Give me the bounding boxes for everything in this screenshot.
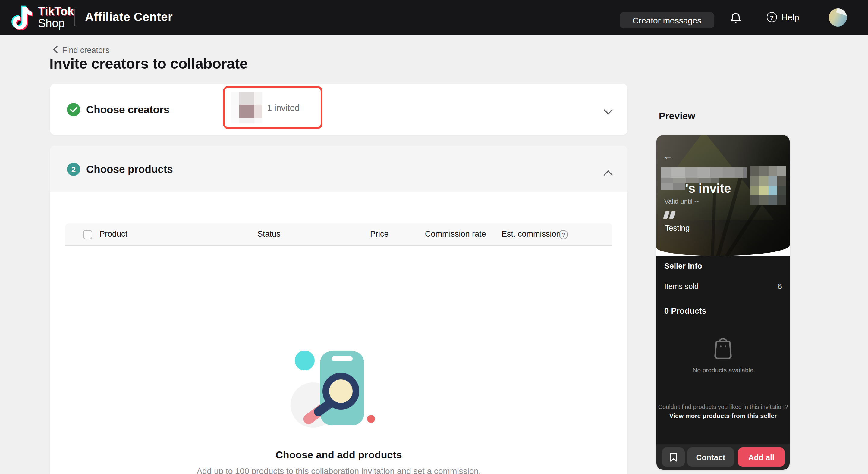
empty-state-subtitle: Add up to 100 products to this collabora… bbox=[50, 466, 627, 474]
column-est-commission: Est. commission bbox=[501, 230, 561, 238]
empty-products-illustration bbox=[291, 349, 377, 428]
no-products-label: No products available bbox=[656, 366, 789, 373]
help-question-icon: ? bbox=[767, 12, 777, 22]
collapse-products-chevron-up-icon[interactable] bbox=[603, 167, 613, 173]
breadcrumb-label: Find creators bbox=[62, 46, 110, 55]
affiliate-center-page: TikTok Shop Affiliate Center Creator mes… bbox=[0, 0, 868, 474]
not-found-question: Couldn't find products you liked in this… bbox=[656, 404, 789, 410]
expand-creators-chevron-down-icon[interactable] bbox=[603, 107, 613, 113]
column-price: Price bbox=[370, 230, 389, 238]
products-count-heading: 0 Products bbox=[664, 307, 707, 315]
invite-hero-image: ← 's invite Valid until -- bbox=[656, 135, 789, 256]
step-2-badge: 2 bbox=[67, 163, 80, 176]
select-all-checkbox[interactable] bbox=[83, 230, 92, 239]
brand-wordmark[interactable]: TikTok Shop bbox=[38, 5, 74, 30]
help-menu[interactable]: ? Help bbox=[767, 12, 799, 22]
breadcrumb-back-link[interactable]: Find creators bbox=[53, 46, 110, 55]
invite-title-suffix: 's invite bbox=[685, 181, 731, 196]
column-commission-rate: Commission rate bbox=[425, 230, 486, 238]
invite-preview-phone: ← 's invite Valid until -- bbox=[656, 135, 789, 470]
items-sold-row: Items sold 6 bbox=[664, 282, 782, 291]
preview-action-bar: Contact Add all bbox=[656, 444, 789, 470]
items-sold-value: 6 bbox=[778, 282, 782, 291]
invited-creators-annotation-box[interactable]: 1 invited bbox=[223, 86, 322, 129]
view-more-products-link[interactable]: View more products from this seller bbox=[656, 412, 789, 419]
page-title: Invite creators to collaborate bbox=[50, 56, 248, 72]
account-avatar[interactable] bbox=[829, 8, 847, 27]
topbar-divider bbox=[74, 9, 75, 26]
preview-label: Preview bbox=[659, 111, 695, 122]
invite-message: Testing bbox=[665, 224, 689, 233]
seller-info-panel: Seller info Items sold 6 0 Products No p… bbox=[656, 256, 789, 444]
quote-icon bbox=[664, 211, 675, 218]
est-commission-help-icon[interactable]: ? bbox=[559, 230, 568, 239]
contact-button[interactable]: Contact bbox=[687, 447, 734, 467]
empty-bag-icon bbox=[711, 333, 735, 361]
seller-info-title: Seller info bbox=[664, 261, 702, 270]
bookmark-button[interactable] bbox=[662, 447, 685, 467]
choose-products-title: Choose products bbox=[86, 163, 173, 176]
invited-count-label: 1 invited bbox=[267, 103, 300, 112]
valid-until-label: Valid until -- bbox=[664, 198, 699, 205]
choose-products-header[interactable]: 2 Choose products bbox=[50, 146, 627, 192]
empty-state-title: Choose and add products bbox=[50, 449, 627, 461]
creator-messages-button[interactable]: Creator messages bbox=[620, 12, 714, 28]
choose-creators-title: Choose creators bbox=[86, 104, 169, 116]
blurred-seller-avatar bbox=[750, 166, 786, 205]
help-label: Help bbox=[781, 12, 799, 22]
app-title: Affiliate Center bbox=[85, 10, 173, 24]
back-chevron-icon bbox=[53, 46, 58, 55]
column-status: Status bbox=[257, 230, 281, 238]
tiktok-logo-icon[interactable] bbox=[11, 5, 34, 32]
top-bar: TikTok Shop Affiliate Center Creator mes… bbox=[0, 0, 868, 35]
illustration-teal-dot bbox=[295, 350, 315, 370]
step-complete-check-icon bbox=[67, 103, 80, 116]
magnifier-lens-icon bbox=[322, 373, 359, 410]
illustration-red-dot bbox=[367, 415, 375, 423]
items-sold-label: Items sold bbox=[664, 282, 699, 291]
notifications-bell-icon[interactable] bbox=[730, 11, 742, 25]
preview-back-arrow-icon[interactable]: ← bbox=[663, 150, 673, 163]
column-product: Product bbox=[99, 230, 127, 238]
invited-creator-blurred-avatar bbox=[231, 92, 262, 124]
choose-creators-card: Choose creators 1 invited bbox=[50, 84, 627, 135]
choose-products-card: 2 Choose products Product Status Price C… bbox=[50, 146, 627, 474]
add-all-button[interactable]: Add all bbox=[738, 447, 785, 467]
brand-line-2: Shop bbox=[38, 18, 74, 30]
brand-line-1: TikTok bbox=[38, 5, 74, 18]
illustration-phone-notch bbox=[332, 356, 352, 361]
products-table-header: Product Status Price Commission rate Est… bbox=[65, 224, 613, 246]
